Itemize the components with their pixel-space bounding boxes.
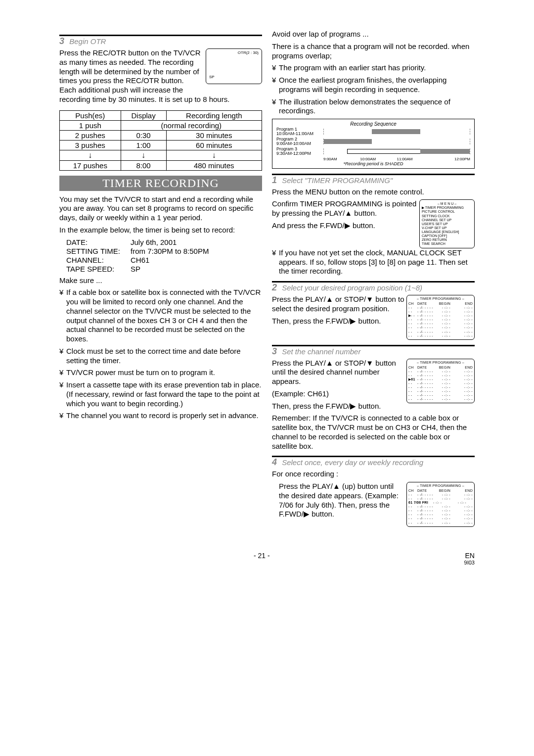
menu-item: V-CHIP SET UP [422, 226, 472, 230]
left-column: 3 Begin OTR OTR(2 : 30) SP Press the REC… [59, 30, 262, 527]
page-number: - 21 - [254, 552, 270, 566]
bullet: ¥Insert a cassette tape with its erase p… [59, 380, 262, 408]
menu-item: ▶ TIMER PROGRAMMING [422, 206, 472, 210]
menu-item: USER'S SET UP [422, 222, 472, 226]
bullet: ¥If a cable box or satellite box is conn… [59, 288, 262, 344]
bullet: ¥TV/VCR power must be turn on to program… [59, 368, 262, 378]
down-arrow-icon: ↓ [212, 151, 216, 159]
recording-sequence-diagram: Recording Sequence Program 1 10:00AM-11:… [272, 119, 475, 169]
menu-illustration: – M E N U – ▶ TIMER PROGRAMMING PICTURE … [419, 199, 475, 248]
step-title: Begin OTR [69, 37, 106, 46]
menu-item: ZERO RETURN [422, 238, 472, 242]
menu-item: CAPTION [OFF] [422, 234, 472, 238]
step-1: 1 Select "TIMER PROGRAMMING" [272, 174, 475, 186]
step-2: 2 Select your desired program position (… [272, 281, 475, 293]
otr-display-illustration: OTR(2 : 30) SP [206, 48, 262, 84]
program-screen-3: – TIMER PROGRAMMING – CHDATEBEGINEND - -… [406, 359, 475, 403]
menu-item: SETTING CLOCK [422, 214, 472, 218]
timer-intro: You may set the TV/VCR to start and end … [59, 195, 262, 223]
make-sure-label: Make sure ... [59, 276, 262, 285]
step-num: 3 [59, 36, 64, 46]
menu-item: PICTURE CONTROL [422, 210, 472, 214]
page-footer: - 21 - EN 9I03 [59, 552, 475, 566]
step-4: 4 Select once, every day or weekly recor… [272, 456, 475, 468]
step-begin-otr: 3 Begin OTR [59, 35, 262, 47]
step-3: 3 Set the channel number [272, 345, 475, 357]
down-arrow-icon: ↓ [88, 151, 92, 159]
menu-item: CHANNEL SET UP [422, 218, 472, 222]
bullet: ¥Clock must be set to the correct time a… [59, 347, 262, 366]
menu-item: TIME SEARCH [422, 242, 472, 246]
program-screen-2: – TIMER PROGRAMMING – CHDATEBEGINEND - -… [406, 295, 475, 339]
otr-table: Push(es) Display Recording length 1 push… [59, 110, 262, 171]
example-lead: In the example below, the timer is being… [59, 226, 262, 235]
program-screen-4: – TIMER PROGRAMMING – CHDATEBEGINEND - -… [406, 482, 475, 526]
down-arrow-icon: ↓ [141, 151, 145, 159]
menu-item: LANGUAGE [ENGLISH] [422, 230, 472, 234]
avoid-title: Avoid over lap of programs ... [272, 30, 475, 39]
bullet: ¥The channel you want to record is prope… [59, 411, 262, 421]
timer-recording-heading: TIMER RECORDING [59, 176, 262, 191]
right-column: Avoid over lap of programs ... There is … [272, 30, 475, 527]
